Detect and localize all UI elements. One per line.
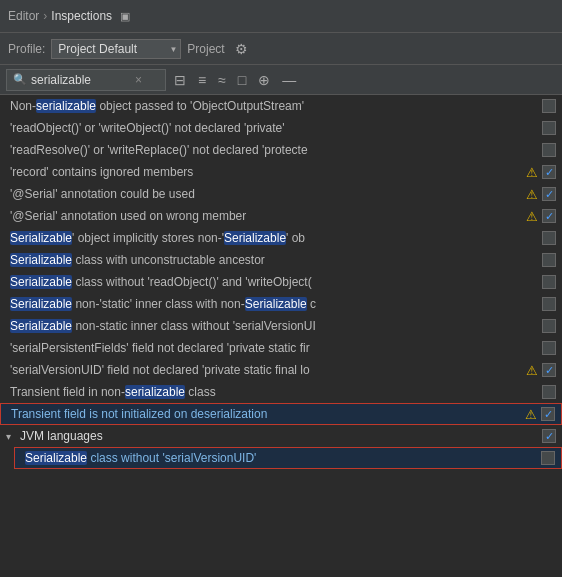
section-title: JVM languages — [20, 429, 103, 443]
item-text: 'serialPersistentFields' field not decla… — [10, 341, 538, 355]
list-item[interactable]: '@Serial' annotation used on wrong membe… — [0, 205, 562, 227]
item-text: 'serialVersionUID' field not declared 'p… — [10, 363, 522, 377]
item-text: Serializable class without 'serialVersio… — [25, 451, 537, 465]
list-item[interactable]: Transient field in non-serializable clas… — [0, 381, 562, 403]
item-checkbox[interactable] — [542, 165, 556, 179]
section-checkbox[interactable] — [542, 429, 556, 443]
profile-row: Profile: Project Default Project ⚙ — [0, 33, 562, 65]
item-text: 'readObject()' or 'writeObject()' not de… — [10, 121, 538, 135]
item-checkbox[interactable] — [542, 275, 556, 289]
item-text: Transient field in non-serializable clas… — [10, 385, 538, 399]
item-checkbox[interactable] — [542, 319, 556, 333]
list-item[interactable]: Serializable class without 'readObject()… — [0, 271, 562, 293]
item-checkbox[interactable] — [542, 121, 556, 135]
list-item[interactable]: 'record' contains ignored members ⚠ — [0, 161, 562, 183]
item-checkbox[interactable] — [542, 99, 556, 113]
item-checkbox[interactable] — [542, 363, 556, 377]
expand-all-button[interactable]: ≡ — [194, 70, 210, 90]
search-input[interactable] — [31, 73, 131, 87]
toolbar-row: 🔍 × ⊟ ≡ ≈ □ ⊕ — — [0, 65, 562, 95]
list-item[interactable]: Serializable class with unconstructable … — [0, 249, 562, 271]
list-item[interactable]: Serializable' object implicitly stores n… — [0, 227, 562, 249]
item-checkbox[interactable] — [541, 407, 555, 421]
list-item-selected[interactable]: Transient field is not initialized on de… — [0, 403, 562, 425]
item-text: '@Serial' annotation used on wrong membe… — [10, 209, 522, 223]
list-item[interactable]: 'serialVersionUID' field not declared 'p… — [0, 359, 562, 381]
list-item[interactable]: Serializable non-'static' inner class wi… — [0, 293, 562, 315]
item-text: 'record' contains ignored members — [10, 165, 522, 179]
gear-button[interactable]: ⚙ — [233, 39, 250, 59]
warn-icon: ⚠ — [526, 187, 538, 202]
item-text: Serializable' object implicitly stores n… — [10, 231, 538, 245]
item-checkbox[interactable] — [541, 451, 555, 465]
item-checkbox[interactable] — [542, 143, 556, 157]
item-text: Serializable non-'static' inner class wi… — [10, 297, 538, 311]
item-text: '@Serial' annotation could be used — [10, 187, 522, 201]
search-icon: 🔍 — [13, 73, 27, 86]
warn-icon: ⚠ — [526, 363, 538, 378]
jvm-section-header[interactable]: ▾ JVM languages — [0, 425, 562, 447]
item-checkbox[interactable] — [542, 297, 556, 311]
item-text: 'readResolve()' or 'writeReplace()' not … — [10, 143, 538, 157]
list-item[interactable]: 'serialPersistentFields' field not decla… — [0, 337, 562, 359]
breadcrumb-separator: › — [43, 9, 47, 23]
list-item[interactable]: 'readResolve()' or 'writeReplace()' not … — [0, 139, 562, 161]
list-item[interactable]: Serializable non-static inner class with… — [0, 315, 562, 337]
remove-button[interactable]: — — [278, 70, 300, 90]
warn-icon: ⚠ — [526, 209, 538, 224]
header: Editor › Inspections ▣ — [0, 0, 562, 33]
item-text: Serializable non-static inner class with… — [10, 319, 538, 333]
item-checkbox[interactable] — [542, 231, 556, 245]
filter-button[interactable]: ⊟ — [170, 70, 190, 90]
item-checkbox[interactable] — [542, 385, 556, 399]
jvm-list-item-selected[interactable]: Serializable class without 'serialVersio… — [14, 447, 562, 469]
breadcrumb-inspections: Inspections — [51, 9, 112, 23]
list-item[interactable]: 'readObject()' or 'writeObject()' not de… — [0, 117, 562, 139]
breadcrumb-editor: Editor — [8, 9, 39, 23]
list-item[interactable]: Non-serializable object passed to 'Objec… — [0, 95, 562, 117]
item-text: Non-serializable object passed to 'Objec… — [10, 99, 538, 113]
item-text: Serializable class with unconstructable … — [10, 253, 538, 267]
item-checkbox[interactable] — [542, 341, 556, 355]
list-container: Non-serializable object passed to 'Objec… — [0, 95, 562, 577]
collapse-all-button[interactable]: ≈ — [214, 70, 230, 90]
window-icon: ▣ — [120, 10, 130, 23]
profile-dropdown[interactable]: Project Default — [51, 39, 181, 59]
list-item[interactable]: '@Serial' annotation could be used ⚠ — [0, 183, 562, 205]
profile-dropdown-wrap[interactable]: Project Default — [51, 39, 181, 59]
group-button[interactable]: □ — [234, 70, 250, 90]
item-checkbox[interactable] — [542, 187, 556, 201]
add-button[interactable]: ⊕ — [254, 70, 274, 90]
profile-label: Profile: — [8, 42, 45, 56]
search-clear-icon[interactable]: × — [135, 73, 142, 87]
expand-arrow: ▾ — [6, 431, 16, 442]
warn-icon: ⚠ — [526, 165, 538, 180]
profile-project-tag: Project — [187, 42, 224, 56]
search-wrap: 🔍 × — [6, 69, 166, 91]
item-text: Transient field is not initialized on de… — [11, 407, 521, 421]
warn-icon: ⚠ — [525, 407, 537, 422]
item-checkbox[interactable] — [542, 209, 556, 223]
item-text: Serializable class without 'readObject()… — [10, 275, 538, 289]
item-checkbox[interactable] — [542, 253, 556, 267]
